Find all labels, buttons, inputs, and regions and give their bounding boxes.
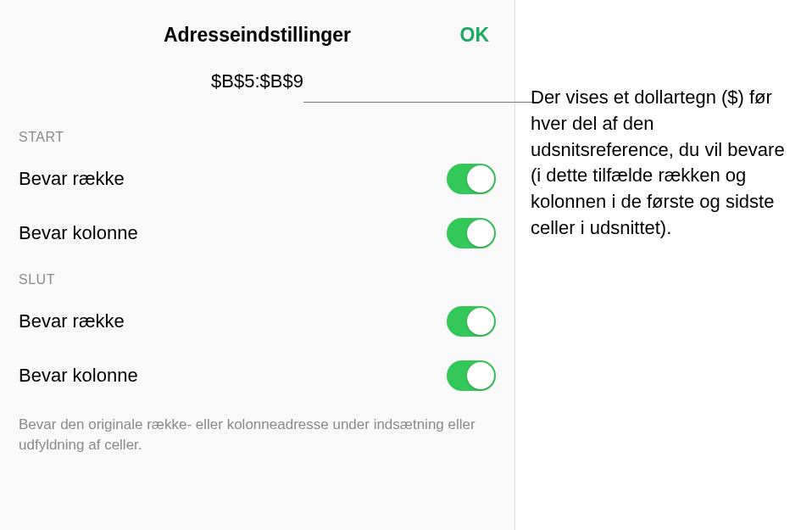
panel-title: Adresseindstillinger [164,24,351,47]
end-preserve-row-label: Bevar række [19,310,125,332]
panel-header: Adresseindstillinger OK [0,0,514,55]
start-preserve-column: Bevar kolonne [0,206,514,260]
end-preserve-column-label: Bevar kolonne [19,365,138,387]
annotation-area: Der vises et dollartegn ($) før hver del… [515,0,812,530]
end-preserve-row-toggle[interactable] [447,306,496,337]
end-preserve-column-toggle[interactable] [447,360,496,391]
start-preserve-column-label: Bevar kolonne [19,222,138,244]
start-section-label: START [0,118,514,152]
start-preserve-row: Bevar række [0,152,514,206]
footer-description: Bevar den originale række- eller kolonne… [0,403,514,455]
start-preserve-row-toggle[interactable] [447,164,496,194]
start-preserve-column-toggle[interactable] [447,218,496,248]
end-preserve-row: Bevar række [0,294,514,349]
end-section-label: SLUT [0,260,514,294]
callout-line [303,102,535,103]
cell-reference-display: $B$5:$B$9 [0,55,514,118]
end-preserve-column: Bevar kolonne [0,349,514,403]
address-settings-panel: Adresseindstillinger OK $B$5:$B$9 START … [0,0,515,530]
annotation-text: Der vises et dollartegn ($) før hver del… [531,85,795,242]
ok-button[interactable]: OK [460,24,490,47]
start-preserve-row-label: Bevar række [19,168,125,190]
